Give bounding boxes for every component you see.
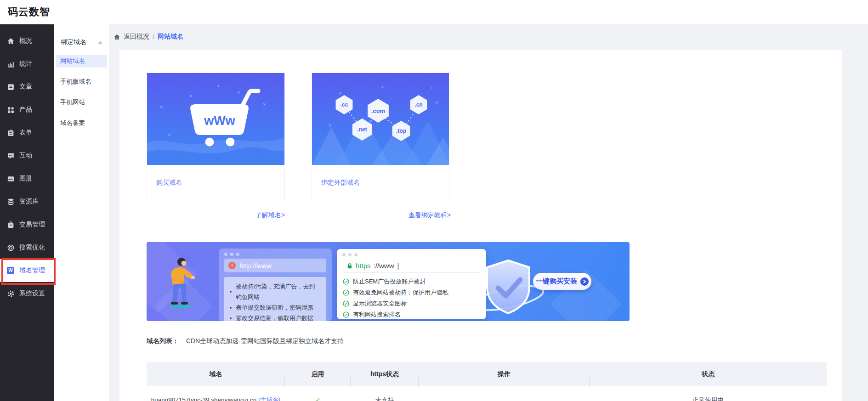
buy-domain-card[interactable]: × × × × × +	[147, 73, 285, 201]
http-risk-list: 被劫持/污染，充满广告，去到钓鱼网站 表单提交数据窃听，密码泄露 篡改交易信息，…	[224, 277, 326, 321]
col-operations: 操作	[419, 370, 590, 378]
https-url-bar: https://www|	[342, 259, 481, 273]
col-enabled: 启用	[285, 370, 351, 378]
arrow-right-icon	[580, 277, 589, 286]
trade-icon	[7, 221, 15, 229]
sidebar-item-products[interactable]: 产品	[0, 98, 54, 121]
sidebar-item-resources[interactable]: 资源库	[0, 190, 54, 213]
https-scheme: https	[356, 262, 371, 270]
domain-hexagons-illustration: × × × × + .cc .com .cn .net .top	[312, 73, 449, 165]
sidebar-item-domain-management[interactable]: W 域名管理	[0, 259, 54, 282]
https-url-rest: ://www	[374, 262, 394, 270]
seo-icon	[7, 244, 15, 252]
row-domain-text: huang907157tync-39.shenyiwangzi.cn	[151, 396, 257, 401]
sidebar-item-interaction[interactable]: 互动	[0, 144, 54, 167]
learn-domain-link[interactable]: 了解域名>	[147, 211, 285, 220]
submenu-item-mobile-domain[interactable]: 手机版域名	[56, 75, 107, 88]
bind-external-domain-card-title: 绑定外部域名	[312, 165, 449, 201]
sidebar-item-settings[interactable]: 系统设置	[0, 282, 54, 305]
row-status: 正常使用中	[692, 396, 724, 401]
col-status: 状态	[590, 370, 827, 378]
sidebar-item-gallery[interactable]: 图册	[0, 167, 54, 190]
domain-panel: × × × × × +	[119, 50, 842, 401]
bind-tutorial-link[interactable]: 查看绑定教程>	[312, 211, 451, 220]
home-icon	[7, 37, 15, 45]
sidebar-item-seo[interactable]: 搜索优化	[0, 236, 54, 259]
domain-table: 域名 启用 https状态 操作 状态 huang907157tync-39.s…	[147, 362, 827, 401]
main-content: 返回概况 / 网站域名 × × × × × +	[109, 24, 868, 401]
submenu-item-mobile-site[interactable]: 手机网站	[56, 96, 107, 109]
one-click-buy-install-button[interactable]: 一键购买安装	[533, 273, 591, 290]
http-risk-card: ! http://www 被劫持/污染，充满广告，去到钓鱼网站 表单提交数据窃听…	[219, 249, 332, 321]
person-illustration	[160, 254, 213, 321]
product-icon	[7, 106, 15, 114]
col-domain: 域名	[147, 370, 285, 378]
http-url-text: http://www	[239, 262, 272, 270]
sidebar-item-stats[interactable]: 统计	[0, 52, 54, 75]
submenu-group-bind-domain[interactable]: 绑定域名	[61, 38, 104, 46]
alert-icon: !	[228, 262, 236, 269]
enabled-check-icon: ✓	[315, 396, 321, 401]
form-icon	[7, 129, 15, 137]
svg-text:wWw: wWw	[204, 114, 235, 128]
domain-table-header: 域名 启用 https状态 操作 状态	[147, 362, 827, 386]
domain-list-label: 域名列表：	[147, 337, 179, 345]
sidebar-item-overview[interactable]: 概况	[0, 29, 54, 52]
col-https-status: https状态	[351, 370, 419, 378]
domain-w-badge-icon: W	[7, 267, 15, 275]
stats-icon	[7, 60, 15, 68]
https-benefit-card: https://www| 防止SEM广告投放账户被封 有效避免网站被劫持，保护用…	[337, 249, 486, 319]
http-url-bar: ! http://www	[224, 259, 326, 272]
breadcrumb: 返回概况 / 网站域名	[113, 33, 183, 41]
article-icon	[7, 83, 15, 91]
table-row: huang907157tync-39.shenyiwangzi.cn[主域名] …	[147, 390, 827, 401]
sidebar-item-forms[interactable]: 表单	[0, 121, 54, 144]
https-promo-banner: ! http://www 被劫持/污染，充满广告，去到钓鱼网站 表单提交数据窃听…	[147, 242, 630, 321]
https-benefit-list: 防止SEM广告投放账户被封 有效避免网站被劫持，保护用户隐私 显示浏览器安全图标…	[337, 273, 486, 320]
submenu-item-domain-icp[interactable]: 域名备案	[56, 117, 107, 130]
submenu-item-website-domain[interactable]: 网站域名	[56, 55, 107, 68]
browser-dots	[337, 249, 486, 258]
gallery-icon	[7, 175, 15, 183]
browser-dots	[219, 249, 332, 258]
buy-domain-card-title: 购买域名	[147, 165, 284, 201]
sidebar-item-trade[interactable]: 交易管理	[0, 213, 54, 236]
primary-sidebar: 概况 统计 文章 产品 表单 互动 图册 资源库 交易管理 搜索优化 W 域名管…	[0, 24, 54, 401]
collapse-arrow-icon	[98, 41, 102, 44]
secondary-sidebar: 绑定域名 网站域名 手机版域名 手机网站 域名备案	[54, 24, 109, 401]
lock-icon	[346, 263, 353, 269]
breadcrumb-separator: /	[153, 33, 154, 40]
cart-illustration: × × × × × +	[147, 73, 284, 165]
breadcrumb-current: 网站域名	[158, 33, 183, 41]
domain-list-caption: 域名列表： CDN全球动态加速-需网站国际版且绑定独立域名才支持	[147, 337, 344, 345]
primary-domain-tag[interactable]: [主域名]	[258, 396, 280, 401]
breadcrumb-home-icon[interactable]	[113, 34, 120, 40]
breadcrumb-back-link[interactable]: 返回概况	[124, 33, 149, 41]
settings-icon	[7, 290, 15, 298]
resource-icon	[7, 198, 15, 206]
sidebar-item-articles[interactable]: 文章	[0, 75, 54, 98]
text-cursor: |	[397, 262, 399, 270]
app-header: 码云数智	[0, 0, 868, 24]
app-logo: 码云数智	[8, 5, 50, 19]
interaction-icon	[7, 152, 15, 160]
domain-list-note: CDN全球动态加速-需网站国际版且绑定独立域名才支持	[186, 337, 344, 345]
row-https-status: 未支持	[375, 396, 394, 401]
bind-external-domain-card[interactable]: × × × × + .cc .com .cn .net .top 绑定外部域名	[312, 73, 449, 201]
